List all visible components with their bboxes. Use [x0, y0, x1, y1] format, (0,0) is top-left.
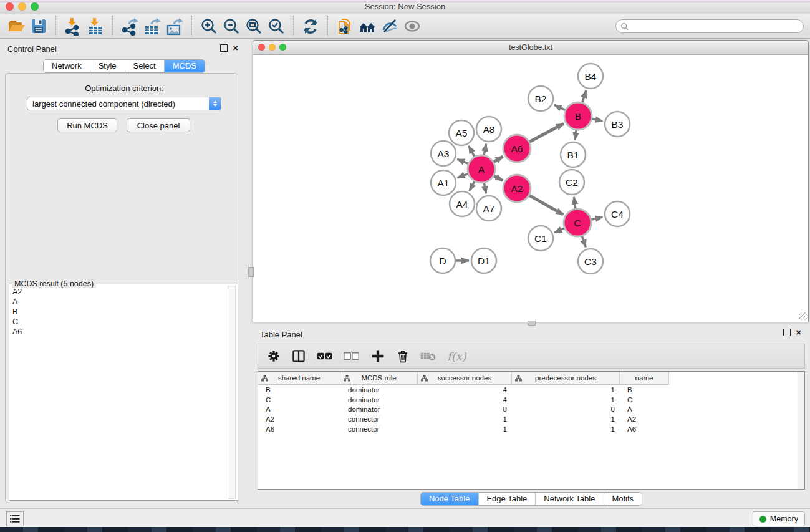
graph-edge-B-B4[interactable]: [582, 90, 586, 103]
double-house-icon[interactable]: [356, 15, 378, 37]
split-columns-icon[interactable]: [291, 349, 306, 364]
tab-network-table[interactable]: Network Table: [536, 493, 604, 505]
column-header-successor-nodes[interactable]: successor nodes: [418, 372, 512, 385]
table-row[interactable]: Cdominator41C: [258, 395, 804, 405]
export-image-icon[interactable]: [163, 15, 186, 37]
tab-edge-table[interactable]: Edge Table: [478, 493, 536, 505]
graph-edge-B-B1[interactable]: [575, 130, 576, 140]
tab-node-table[interactable]: Node Table: [421, 493, 479, 505]
graph-edge-A-A6[interactable]: [493, 157, 503, 162]
table-row[interactable]: Adominator80A: [258, 405, 804, 415]
network-window-titlebar[interactable]: testGlobe.txt: [253, 41, 808, 55]
column-header-predecessor-nodes[interactable]: predecessor nodes: [512, 372, 620, 385]
task-history-button[interactable]: [6, 511, 24, 526]
table-cell[interactable]: dominator: [340, 396, 418, 404]
graph-edge-A6-B[interactable]: [529, 123, 564, 142]
mcds-result-item[interactable]: A2: [12, 287, 228, 297]
refresh-layout-icon[interactable]: [299, 15, 322, 37]
table-cell[interactable]: connector: [340, 415, 418, 423]
table-row[interactable]: Bdominator41B: [258, 385, 804, 395]
table-cell[interactable]: connector: [340, 425, 418, 433]
unchecked-checkboxes-icon[interactable]: [344, 351, 360, 361]
table-cell[interactable]: A2: [620, 415, 669, 423]
close-panel-icon[interactable]: ×: [233, 45, 238, 51]
tab-motifs[interactable]: Motifs: [604, 493, 642, 505]
zoom-in-icon[interactable]: [198, 15, 220, 37]
export-table-icon[interactable]: [141, 15, 163, 37]
table-cell[interactable]: A: [620, 405, 669, 413]
table-cell[interactable]: A6: [620, 425, 669, 433]
vertical-splitter-handle[interactable]: [248, 267, 254, 277]
criterion-dropdown[interactable]: largest connected component (directed): [27, 97, 221, 110]
mcds-result-list[interactable]: A2ABCA6: [11, 287, 228, 499]
plus-icon[interactable]: [370, 349, 385, 364]
table-cell[interactable]: 4: [418, 396, 512, 404]
gear-icon[interactable]: [267, 349, 281, 363]
graph-edge-C-C4[interactable]: [591, 217, 602, 220]
table-cell[interactable]: dominator: [340, 405, 418, 413]
table-cell[interactable]: 1: [418, 425, 512, 433]
resize-grip-icon[interactable]: [799, 312, 807, 321]
mcds-result-item[interactable]: A: [12, 297, 228, 307]
table-cell[interactable]: 1: [512, 415, 620, 423]
mcds-result-item[interactable]: C: [12, 317, 228, 327]
table-cell[interactable]: 0: [512, 405, 620, 413]
table-cell[interactable]: B: [620, 386, 669, 394]
float-panel-icon[interactable]: [220, 44, 228, 52]
tab-select[interactable]: Select: [125, 60, 165, 72]
graph-edge-A-A7[interactable]: [484, 183, 486, 194]
table-scrollbar[interactable]: [798, 372, 804, 489]
table-cell[interactable]: 8: [418, 405, 512, 413]
graph-edge-A2-C[interactable]: [529, 195, 563, 215]
hide-graphics-details-icon[interactable]: [378, 15, 401, 37]
trash-icon[interactable]: [396, 349, 410, 364]
graph-edge-A-A1[interactable]: [458, 173, 469, 177]
graph-edge-C-C2[interactable]: [574, 197, 576, 209]
column-header-shared-name[interactable]: shared name: [258, 372, 340, 385]
tab-style[interactable]: Style: [90, 60, 125, 72]
search-box[interactable]: [615, 19, 804, 33]
memory-button[interactable]: Memory: [753, 511, 805, 526]
graph-edge-A-A3[interactable]: [457, 159, 468, 164]
graph-edge-A-A4[interactable]: [470, 181, 475, 191]
mcds-list-scrollbar[interactable]: [228, 286, 236, 499]
table-cell[interactable]: A: [258, 405, 340, 413]
eye-icon[interactable]: [401, 15, 423, 37]
table-cell[interactable]: C: [258, 396, 340, 404]
tab-network[interactable]: Network: [44, 60, 90, 72]
table-cell[interactable]: B: [258, 386, 340, 394]
table-cell[interactable]: dominator: [340, 386, 418, 394]
close-panel-button[interactable]: Close panel: [127, 118, 190, 132]
function-builder-icon[interactable]: f(x): [447, 350, 466, 363]
checked-checkboxes-icon[interactable]: [317, 351, 333, 361]
zoom-out-icon[interactable]: [220, 15, 243, 37]
graph-edge-C-C1[interactable]: [554, 228, 565, 233]
graph-edge-B-B3[interactable]: [592, 118, 603, 121]
save-session-icon[interactable]: [27, 15, 50, 37]
copy-network-document-icon[interactable]: [334, 15, 356, 37]
export-network-icon[interactable]: [118, 15, 141, 37]
table-cell[interactable]: A2: [258, 415, 340, 423]
import-network-icon[interactable]: [62, 15, 84, 37]
table-row[interactable]: A2connector11A2: [258, 414, 804, 424]
run-mcds-button[interactable]: Run MCDS: [57, 118, 117, 132]
mcds-result-item[interactable]: A6: [12, 327, 228, 337]
network-canvas[interactable]: AA1A2A3A4A5A6A7A8BB1B2B3B4CC1C2C3C4DD1: [253, 55, 808, 322]
search-input[interactable]: [631, 21, 803, 31]
graph-edge-A-A2[interactable]: [493, 176, 503, 181]
table-cell[interactable]: 1: [512, 396, 620, 404]
table-cell[interactable]: 1: [512, 425, 620, 433]
open-folder-icon[interactable]: [5, 15, 27, 37]
zoom-fit-icon[interactable]: [243, 15, 265, 37]
table-row[interactable]: A6connector11A6: [258, 424, 804, 434]
graph-edge-C-C3[interactable]: [582, 236, 586, 247]
mcds-result-item[interactable]: B: [12, 307, 228, 317]
graph-edge-B-B2[interactable]: [554, 105, 566, 110]
graph-edge-A-A8[interactable]: [484, 144, 486, 156]
column-header-MCDS-role[interactable]: MCDS role: [340, 372, 418, 385]
float-table-panel-icon[interactable]: [783, 329, 791, 336]
table-cell[interactable]: C: [620, 396, 669, 404]
table-cell[interactable]: 1: [418, 415, 512, 423]
tab-mcds[interactable]: MCDS: [165, 60, 205, 72]
table-cell[interactable]: 1: [512, 386, 620, 394]
